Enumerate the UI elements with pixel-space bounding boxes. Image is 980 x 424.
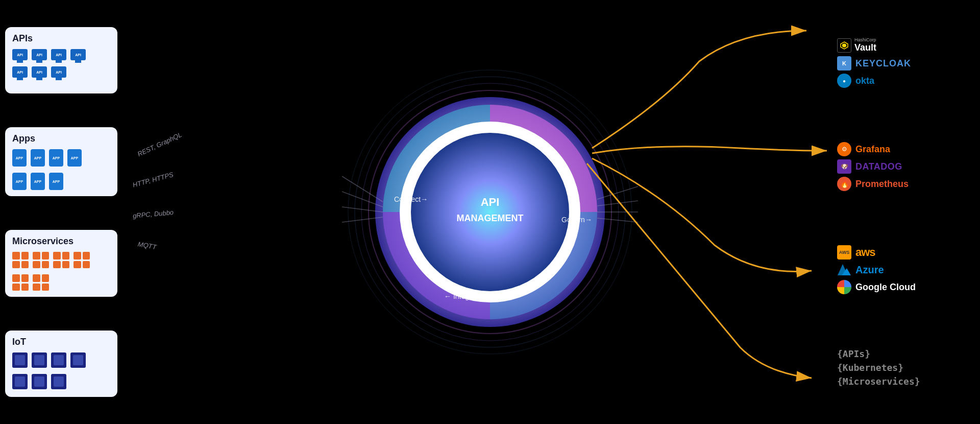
api-icon-5: API: [12, 66, 28, 78]
microservices-card: Microservices: [5, 230, 117, 297]
observability-group: ⚙ Grafana 🐶 DATADOG 🔥 Prometheus: [837, 142, 970, 191]
vault-item: HashiCorp Vault: [837, 37, 970, 53]
app-icon-7: APP: [49, 173, 63, 190]
api-management-diagram: API MANAGEMENT Filter→ Govern→ ← Integra…: [342, 64, 638, 360]
platform-group: {APIs} {Kubernetes} {Microservices}: [837, 348, 970, 387]
iot-icon-3: [51, 352, 66, 368]
vault-label: Vault: [854, 42, 876, 53]
connect-label: Connect→: [394, 195, 428, 203]
ms-icon-6: [33, 274, 49, 291]
rest-protocol-label: REST, GraphQL: [136, 131, 183, 158]
api-icon-2: API: [32, 49, 47, 60]
govern-label: Govern→: [561, 216, 592, 224]
vault-icon: [837, 38, 851, 53]
datadog-icon: 🐶: [837, 159, 851, 174]
apis-platform-item: {APIs}: [837, 348, 970, 359]
iot-icon-4: [70, 352, 86, 368]
iot-icon-5: [12, 374, 28, 389]
microservices-icon-grid: [12, 252, 110, 291]
aws-item: AWS aws: [837, 245, 970, 260]
apis-title: APIs: [12, 33, 110, 44]
iot-card: IoT: [5, 331, 117, 397]
kubernetes-item: {Kubernetes}: [837, 362, 970, 373]
gcloud-label: Google Cloud: [855, 282, 916, 293]
prometheus-item: 🔥 Prometheus: [837, 177, 970, 191]
prometheus-label: Prometheus: [855, 179, 909, 190]
apis-icon-grid: API API API API API API API: [12, 49, 110, 78]
azure-item: Azure: [837, 263, 970, 277]
keycloak-icon: K: [837, 56, 851, 70]
microservices-title: Microservices: [12, 236, 110, 247]
svg-text:MANAGEMENT: MANAGEMENT: [457, 213, 524, 223]
api-icon-4: API: [70, 49, 86, 60]
diagram-svg: API MANAGEMENT Filter→ Govern→ ← Integra…: [342, 64, 638, 360]
apis-card: APIs API API API API API API: [5, 27, 117, 93]
grpc-protocol-label: gRPC, Dubbo: [132, 208, 174, 220]
app-icon-4: APP: [67, 149, 82, 167]
iot-icon-7: [51, 374, 66, 389]
iot-icon-2: [32, 352, 47, 368]
ms-icon-4: [74, 252, 90, 268]
apis-platform-label: {APIs}: [837, 348, 870, 359]
iot-icon-1: [12, 352, 28, 368]
svg-marker-20: [842, 43, 846, 48]
left-panel: APIs API API API API API API: [0, 0, 122, 424]
right-panel: HashiCorp Vault K KEYCLOAK ● okta ⚙ Graf…: [827, 0, 980, 424]
app-icon-3: APP: [49, 149, 63, 167]
app-icon-6: APP: [31, 173, 45, 190]
aws-icon: AWS: [837, 245, 851, 260]
apps-card: Apps APP APP APP APP APP APP APP: [5, 127, 117, 196]
okta-icon: ●: [837, 74, 851, 88]
cloud-group: AWS aws Azure Google Cloud: [837, 245, 970, 294]
datadog-item: 🐶 DATADOG: [837, 159, 970, 174]
azure-icon: [837, 263, 851, 277]
protocol-labels: REST, GraphQL HTTP, HTTPS gRPC, Dubbo MQ…: [128, 140, 240, 284]
http-protocol-label: HTTP, HTTPS: [132, 171, 174, 189]
ms-icon-1: [12, 252, 29, 268]
microservices-platform-label: {Microservices}: [837, 376, 920, 387]
azure-label: Azure: [855, 264, 884, 276]
keycloak-label: KEYCLOAK: [855, 58, 911, 69]
svg-point-6: [411, 133, 569, 291]
iot-icon-6: [32, 374, 47, 389]
filter-label: Filter→: [510, 129, 533, 137]
microservices-platform-item: {Microservices}: [837, 376, 970, 387]
app-icon-5: APP: [12, 173, 27, 190]
gcloud-item: Google Cloud: [837, 280, 970, 294]
ms-icon-5: [12, 274, 29, 291]
security-group: HashiCorp Vault K KEYCLOAK ● okta: [837, 37, 970, 88]
apps-title: Apps: [12, 133, 110, 144]
iot-icon-grid: [12, 352, 110, 389]
okta-item: ● okta: [837, 74, 970, 88]
kubernetes-label: {Kubernetes}: [837, 362, 903, 373]
app-icon-1: APP: [12, 149, 27, 167]
grafana-item: ⚙ Grafana: [837, 142, 970, 156]
ms-icon-3: [53, 252, 69, 268]
api-icon-7: API: [51, 66, 66, 78]
svg-text:API: API: [481, 196, 500, 208]
datadog-label: DATADOG: [855, 161, 902, 172]
integrate-label: ← Integrate: [444, 292, 481, 300]
aws-label: aws: [855, 246, 875, 259]
gcloud-icon: [837, 280, 851, 294]
apps-icon-grid: APP APP APP APP APP APP APP: [12, 149, 110, 190]
api-icon-3: API: [51, 49, 66, 60]
vault-prefix: HashiCorp: [854, 37, 876, 42]
mqtt-protocol-label: MQTT: [137, 240, 157, 251]
grafana-label: Grafana: [855, 144, 890, 155]
prometheus-icon: 🔥: [837, 177, 851, 191]
ms-icon-2: [33, 252, 49, 268]
grafana-icon: ⚙: [837, 142, 851, 156]
api-icon-1: API: [12, 49, 28, 60]
okta-label: okta: [855, 76, 874, 86]
app-icon-2: APP: [31, 149, 45, 167]
iot-title: IoT: [12, 337, 110, 347]
keycloak-item: K KEYCLOAK: [837, 56, 970, 70]
api-icon-6: API: [32, 66, 47, 78]
